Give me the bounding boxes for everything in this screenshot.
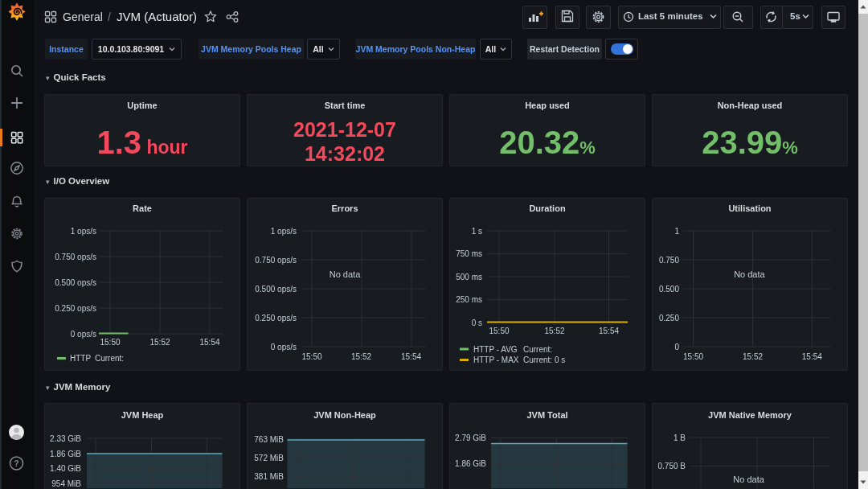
svg-text:HTTP - AVG: HTTP - AVG [473,345,518,354]
svg-text:Current:: Current: [523,345,552,354]
svg-text:0.500: 0.500 [659,285,679,294]
svg-text:1 ops/s: 1 ops/s [71,227,96,236]
svg-text:381 MiB: 381 MiB [254,472,284,481]
svg-text:No data: No data [734,269,765,279]
svg-text:15:54: 15:54 [599,327,619,335]
svg-text:15:52: 15:52 [351,352,371,361]
svg-text:0.750 ops/s: 0.750 ops/s [55,253,96,261]
svg-text:1 s: 1 s [472,227,482,236]
svg-text:0.750 B: 0.750 B [658,462,686,471]
svg-text:Current:: Current: [95,354,124,363]
svg-text:15:52: 15:52 [149,338,170,347]
svg-text:0.750: 0.750 [659,256,679,265]
svg-text:15:52: 15:52 [544,327,564,335]
svg-text:954 MiB: 954 MiB [51,479,81,488]
svg-text:1.40 GiB: 1.40 GiB [50,464,81,473]
svg-text:0 ops/s: 0 ops/s [271,343,297,351]
svg-text:1.86 GiB: 1.86 GiB [455,459,486,468]
svg-text:15:50: 15:50 [301,352,321,361]
svg-text:0.750 ops/s: 0.750 ops/s [255,256,297,265]
svg-text:572 MiB: 572 MiB [254,454,284,462]
svg-text:15:52: 15:52 [743,352,763,361]
svg-text:No data: No data [330,269,361,279]
svg-text:1 B: 1 B [674,434,686,442]
svg-text:15:54: 15:54 [802,352,822,361]
svg-text:15:54: 15:54 [401,352,421,361]
svg-text:0 s: 0 s [472,318,482,327]
svg-text:1 ops/s: 1 ops/s [271,227,297,236]
svg-text:15:50: 15:50 [489,327,509,335]
svg-text:250 ms: 250 ms [456,295,482,304]
svg-text:2.79 GiB: 2.79 GiB [455,434,486,442]
svg-text:0.250 ops/s: 0.250 ops/s [255,314,297,323]
svg-text:2.33 GiB: 2.33 GiB [50,434,81,443]
svg-text:15:50: 15:50 [683,352,703,361]
svg-text:15:50: 15:50 [100,338,120,347]
svg-text:1: 1 [674,227,679,236]
svg-text:No data: No data [733,475,764,484]
svg-text:1.86 GiB: 1.86 GiB [50,450,81,458]
svg-text:763 MiB: 763 MiB [254,435,284,444]
svg-text:500 ms: 500 ms [456,273,482,281]
svg-text:HTTP: HTTP [70,354,91,363]
svg-text:HTTP - MAX: HTTP - MAX [473,355,519,364]
svg-text:0 ops/s: 0 ops/s [71,330,96,339]
svg-text:750 ms: 750 ms [456,249,482,258]
svg-text:15:54: 15:54 [199,338,219,347]
svg-text:0: 0 [674,343,679,351]
svg-text:0.250 ops/s: 0.250 ops/s [55,304,96,313]
svg-text:0.500 ops/s: 0.500 ops/s [55,278,96,287]
svg-text:Current: 0 s: Current: 0 s [523,355,565,364]
svg-text:0.250: 0.250 [659,314,679,323]
svg-text:0.500 ops/s: 0.500 ops/s [255,285,297,294]
